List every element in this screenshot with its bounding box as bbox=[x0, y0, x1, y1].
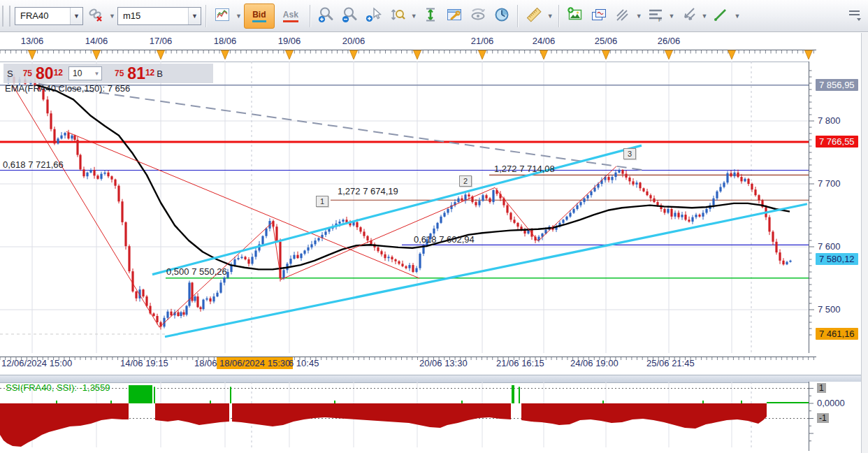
highlighted-timestamp: 18/06/2024 15:30 bbox=[217, 357, 293, 369]
ssi-chart-svg bbox=[0, 382, 809, 451]
timeframe-value: m15 bbox=[118, 10, 188, 21]
ask-toggle[interactable]: Ask bbox=[276, 4, 305, 28]
visibility-button[interactable] bbox=[467, 4, 489, 28]
snapshot-icon bbox=[590, 6, 608, 27]
snapshot-button[interactable] bbox=[588, 4, 610, 28]
fit-vertical-button[interactable] bbox=[419, 4, 442, 28]
date-label: 18/06 bbox=[214, 36, 237, 46]
draw-line-icon bbox=[711, 6, 730, 27]
time-label: 14/06 19:15 bbox=[120, 358, 168, 368]
fib-level-label: 1,272 7 714,08 bbox=[494, 164, 555, 174]
vertical-scrollbar[interactable] bbox=[861, 33, 868, 453]
fibonacci-button[interactable]: F bbox=[644, 4, 667, 28]
time-label: 24/06 19:00 bbox=[570, 358, 619, 368]
eye-icon bbox=[469, 6, 487, 27]
chevron-down-icon[interactable]: ▼ bbox=[734, 13, 740, 20]
date-label: 14/06 bbox=[85, 36, 108, 46]
zoom-in-icon bbox=[317, 6, 335, 27]
sell-tag[interactable]: S bbox=[7, 69, 13, 79]
arrows-icon bbox=[679, 6, 697, 27]
unlink-button[interactable] bbox=[85, 4, 107, 28]
wave-count-badge: 1 bbox=[316, 196, 328, 207]
chevron-down-icon[interactable]: ▼ bbox=[547, 13, 554, 20]
svg-text:F: F bbox=[658, 17, 662, 23]
chevron-down-icon[interactable]: ▼ bbox=[636, 13, 642, 20]
price-badge: 7 766,55 bbox=[816, 136, 858, 148]
toolbar-separator bbox=[310, 5, 311, 27]
zoom-in-button[interactable] bbox=[315, 4, 338, 28]
bid-toggle[interactable]: Bid bbox=[244, 3, 275, 29]
quantity-stepper[interactable]: 10 ▼ bbox=[68, 66, 102, 80]
quantity-value: 10 bbox=[69, 69, 92, 78]
time-label: 12/06/2024 15:00 bbox=[1, 358, 72, 368]
buy-tag[interactable]: B bbox=[157, 69, 163, 79]
date-label: 25/06 bbox=[595, 36, 618, 46]
price-tick-label: 7 600 bbox=[818, 241, 841, 252]
chart-toolbar: FRA40 ▼ ▼ m15 ▼ ▼ Bid Ask bbox=[0, 0, 868, 32]
chevron-down-icon[interactable]: ▼ bbox=[109, 13, 115, 20]
main-chart-svg bbox=[0, 62, 809, 353]
time-label: 25/06 21:45 bbox=[646, 358, 695, 368]
date-label: 26/06 bbox=[658, 36, 681, 46]
ema-indicator-label: EMA(FRA40.Close,150): 7 656 bbox=[5, 83, 130, 94]
time-zones-button[interactable] bbox=[491, 4, 513, 28]
arrows-button[interactable] bbox=[677, 4, 700, 28]
time-label: 18/06 bbox=[194, 358, 217, 368]
instrument-value: FRA40 bbox=[15, 10, 70, 21]
instrument-select[interactable]: FRA40 ▼ bbox=[15, 7, 83, 25]
time-label: 20/06 13:30 bbox=[419, 358, 468, 368]
chevron-down-icon[interactable]: ▼ bbox=[411, 13, 417, 20]
buy-price-main[interactable]: 81 bbox=[127, 66, 145, 82]
fib-level-label: 0,618 7 602,94 bbox=[414, 234, 475, 245]
pitchfork-icon bbox=[614, 6, 632, 27]
toolbar-separator bbox=[558, 5, 560, 27]
date-label: 19/06 bbox=[278, 36, 301, 46]
chevron-down-icon[interactable]: ▼ bbox=[669, 13, 675, 20]
timeframe-select[interactable]: m15 ▼ bbox=[117, 7, 201, 25]
zoom-area-button[interactable] bbox=[363, 4, 385, 28]
top-date-axis bbox=[0, 33, 868, 62]
buy-price-decimals: 12 bbox=[145, 68, 154, 78]
date-label: 13/06 bbox=[21, 36, 44, 46]
price-badge: 7 461,16 bbox=[816, 328, 858, 340]
clock-icon bbox=[493, 6, 511, 27]
chart-properties-button[interactable] bbox=[443, 4, 465, 28]
ssi-indicator-label: SSI(FRA40, SSI): -1,3559 bbox=[6, 382, 110, 393]
time-label: 21/06 16:15 bbox=[496, 358, 544, 368]
sell-price-main[interactable]: 80 bbox=[36, 66, 54, 82]
trading-platform-window: FRA40 ▼ ▼ m15 ▼ ▼ Bid Ask bbox=[0, 0, 868, 453]
chart-style-icon bbox=[213, 6, 231, 27]
price-tick-label: 7 500 bbox=[818, 304, 841, 315]
vertical-zoom-button[interactable] bbox=[386, 4, 409, 28]
menu-button[interactable] bbox=[844, 4, 866, 28]
candlestick-chart[interactable] bbox=[0, 62, 809, 353]
wave-count-badge: 2 bbox=[459, 175, 472, 187]
sell-price-small: 75 bbox=[23, 69, 32, 78]
toolbar-grip[interactable] bbox=[2, 6, 10, 27]
date-label: 17/06 bbox=[150, 36, 173, 46]
menu-icon bbox=[846, 6, 863, 27]
add-image-button[interactable] bbox=[564, 4, 586, 28]
ssi-axis-label: 0,0000 bbox=[817, 398, 845, 408]
price-badge: 7 856,95 bbox=[816, 79, 858, 91]
chevron-down-icon[interactable]: ▼ bbox=[188, 8, 201, 24]
draw-line-button[interactable] bbox=[709, 4, 732, 28]
date-label: 20/06 bbox=[342, 36, 366, 46]
chevron-down-icon[interactable]: ▼ bbox=[702, 13, 708, 20]
unlink-icon bbox=[87, 6, 105, 27]
price-badge: 7 580,12 bbox=[816, 253, 858, 265]
chevron-down-icon[interactable]: ▼ bbox=[92, 71, 101, 77]
ssi-indicator-chart[interactable] bbox=[0, 382, 809, 451]
time-label: 6 10:45 bbox=[289, 358, 319, 368]
chevron-down-icon[interactable]: ▼ bbox=[236, 13, 242, 20]
zoom-out-button[interactable] bbox=[339, 4, 361, 28]
price-tick-label: 7 700 bbox=[818, 178, 841, 189]
pitchfork-button[interactable] bbox=[612, 4, 634, 28]
price-tick-label: 7 800 bbox=[818, 115, 841, 126]
top-axis-ruler bbox=[0, 33, 868, 62]
chevron-down-icon[interactable]: ▼ bbox=[70, 8, 82, 24]
measure-button[interactable] bbox=[523, 4, 545, 28]
chart-properties-icon bbox=[445, 6, 463, 27]
chart-style-button[interactable] bbox=[211, 4, 233, 28]
date-label: 21/06 bbox=[471, 36, 494, 46]
